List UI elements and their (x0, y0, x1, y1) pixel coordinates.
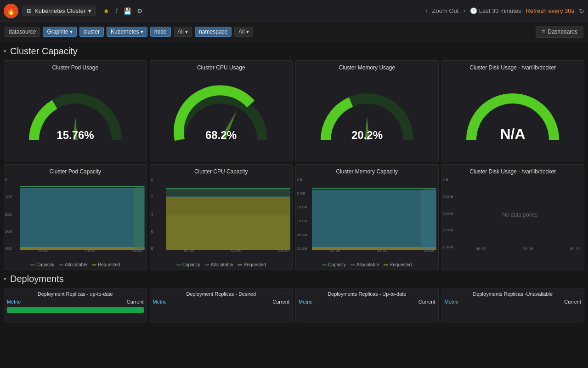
gauge-svg-2: 20.2% (317, 85, 418, 149)
legend-allocatable-2: Allocatable (351, 262, 379, 267)
chart-panel-corner-3[interactable]: ⋯ (577, 167, 582, 172)
share-icon[interactable]: ⤴ (115, 7, 118, 15)
deployments-replicas-uptodate-panel: Deployments Replicas - Up-to-date ⋯ Metr… (295, 288, 439, 322)
zoom-out-right-button[interactable]: › (463, 7, 465, 14)
allocatable-legend-color (59, 264, 63, 265)
deploy-metric-label-1[interactable]: Metric (153, 299, 167, 305)
deploy-panel-corner-0[interactable]: ⋯ (140, 290, 145, 295)
deploy-panel-title-2: Deployments Replicas - Up-to-date (296, 288, 438, 298)
cluster-memory-usage-panel: Cluster Memory Usage ⋯ 20.2% (295, 60, 439, 161)
chart-panel-corner-0[interactable]: ⋯ (140, 167, 145, 172)
legend-allocatable-1: Allocatable (205, 262, 233, 267)
zoom-out-button[interactable]: Zoom Out (432, 7, 459, 14)
deployments-replicas-unavailable-panel: Deployments Replicas -Unavailable ⋯ Metr… (441, 288, 585, 322)
dashboard-title-icon: ⊞ (27, 7, 32, 14)
svg-marker-12 (166, 189, 291, 197)
grafana-logo-icon: 🔥 (6, 6, 16, 15)
svg-marker-7 (20, 188, 145, 250)
requested-legend-color (92, 264, 96, 265)
refresh-icon[interactable]: ↻ (579, 7, 584, 15)
disk-chart-x-axis: 08:50 09:00 09:10 (474, 247, 582, 251)
pod-capacity-chart-area: 400 300 200 100 0 (4, 177, 147, 261)
gauge-svg-3: N/A (462, 85, 563, 149)
panel-corner-icon-1[interactable]: ⋯ (286, 63, 290, 68)
allocatable-legend-color-2 (351, 264, 355, 265)
memory-capacity-y-axis: 25 GB 20 GB 15 GB 10 GB 5 GB 0 B (296, 177, 312, 252)
cluster-pod-usage-title: Cluster Pod Usage (4, 61, 147, 73)
deploy-metric-label-3[interactable]: Metric (445, 299, 458, 305)
disk-chart-y-axis: 1.00 B 0.75 B 0.50 B 0.25 B 0 B (442, 177, 458, 250)
cluster-capacity-section-header[interactable]: ▾ Cluster Capacity (4, 46, 584, 57)
memory-capacity-chart-inner: 08:50 09:00 09:10 (312, 178, 436, 253)
all-node-filter[interactable]: All (174, 27, 192, 37)
requested-legend-color-1 (237, 264, 242, 265)
cluster-disk-usage-panel: Cluster Disk Usage - /var/lib/docker ⋯ N… (441, 60, 585, 161)
cluster-capacity-chevron: ▾ (4, 48, 6, 54)
legend-capacity-0: Capacity (30, 262, 54, 267)
deployments-section-header[interactable]: ▾ Deployments (4, 274, 584, 284)
gauge-svg-1: 68.2% (170, 85, 271, 149)
cluster-memory-capacity-title: Cluster Memory Capacity (296, 165, 438, 177)
settings-icon[interactable]: ⚙ (137, 7, 143, 15)
gauge-container-1: 68.2% (150, 73, 293, 161)
zoom-out-label: Zoom Out (432, 7, 459, 14)
pod-capacity-chart-inner: 08:50 09:00 09:10 (20, 178, 145, 253)
star-icon[interactable]: ★ (103, 7, 109, 15)
cluster-filter[interactable]: cluster (79, 27, 104, 37)
deploy-table-1: Metric Current (150, 298, 293, 322)
cluster-disk-chart-panel: Cluster Disk Usage - /var/lib/docker ⋯ 1… (441, 164, 585, 270)
deploy-current-label-1: Current (272, 299, 289, 305)
svg-text:68.2%: 68.2% (205, 129, 237, 141)
save-icon[interactable]: 💾 (124, 7, 131, 15)
panel-corner-icon-3[interactable]: ⋯ (577, 63, 582, 68)
deploy-current-label-3: Current (564, 299, 581, 305)
deploy-panel-corner-1[interactable]: ⋯ (286, 290, 290, 295)
deploy-metric-label-2[interactable]: Metric (299, 299, 312, 305)
legend-allocatable-0: Allocatable (59, 262, 87, 267)
time-range-button[interactable]: 🕐 Last 30 minutes (470, 7, 521, 14)
refresh-rate-label[interactable]: Refresh every 30s (526, 7, 575, 14)
datasource-filter[interactable]: datasource (5, 27, 40, 37)
cluster-pod-usage-panel: Cluster Pod Usage ⋯ 15.76% (4, 60, 147, 161)
dashboards-button[interactable]: ≡ Dashboards (536, 26, 583, 38)
gauge-panel-grid: Cluster Pod Usage ⋯ 15.76% Cluster CPU U… (4, 60, 584, 161)
deploy-table-header-0: Metric Current (7, 298, 144, 305)
memory-capacity-svg (312, 178, 436, 253)
zoom-out-left-button[interactable]: ‹ (425, 7, 427, 14)
deploy-panel-corner-3[interactable]: ⋯ (577, 290, 582, 295)
capacity-legend-label: Capacity (36, 262, 54, 267)
chart-panel-corner-2[interactable]: ⋯ (432, 167, 436, 172)
deploy-current-label-2: Current (418, 299, 435, 305)
legend-capacity-2: Capacity (322, 262, 346, 267)
grafana-logo[interactable]: 🔥 (4, 4, 18, 18)
panel-corner-icon-0[interactable]: ⋯ (140, 63, 145, 68)
kubernetes-filter[interactable]: Kubernetes (107, 27, 147, 37)
svg-text:15.76%: 15.76% (57, 129, 94, 141)
chart-panel-corner-1[interactable]: ⋯ (286, 167, 290, 172)
node-filter[interactable]: node (150, 27, 171, 37)
panel-corner-icon-2[interactable]: ⋯ (432, 63, 436, 68)
dashboards-icon: ≡ (542, 29, 545, 35)
dashboard-title-dropdown-icon: ▾ (88, 7, 91, 14)
gauge-container-0: 15.76% (4, 73, 147, 161)
deploy-panel-corner-2[interactable]: ⋯ (432, 290, 436, 295)
cpu-capacity-chart-inner: 08:50 09:00 09:10 (166, 178, 291, 253)
svg-marker-9 (134, 185, 145, 250)
namespace-filter[interactable]: namespace (195, 27, 232, 37)
cluster-memory-usage-title: Cluster Memory Usage (296, 61, 438, 73)
all-namespace-filter[interactable]: All (234, 27, 253, 37)
dashboard-title[interactable]: ⊞ Kubernetes Cluster ▾ (22, 6, 96, 16)
deploy-metric-label-0[interactable]: Metric (7, 299, 21, 305)
graphite-filter[interactable]: Graphite (43, 27, 76, 37)
cpu-capacity-chart-area: 8 6 4 2 0 (150, 177, 293, 261)
cluster-cpu-usage-title: Cluster CPU Usage (150, 61, 293, 73)
legend-requested-0: Requested (92, 262, 120, 267)
cluster-capacity-title: Cluster Capacity (10, 46, 78, 57)
cluster-pod-capacity-title: Cluster Pod Capacity (4, 165, 147, 177)
pod-capacity-legend: Capacity Allocatable Requested (4, 261, 147, 270)
gauge-container-3: N/A (442, 73, 584, 161)
deployments-panel-grid: Deployment Replicas - up-to-date ⋯ Metri… (4, 288, 584, 322)
cluster-pod-capacity-panel: Cluster Pod Capacity ⋯ 400 300 200 100 0 (4, 164, 147, 270)
cpu-capacity-y-axis: 8 6 4 2 0 (150, 177, 166, 252)
pod-capacity-svg (20, 178, 145, 253)
